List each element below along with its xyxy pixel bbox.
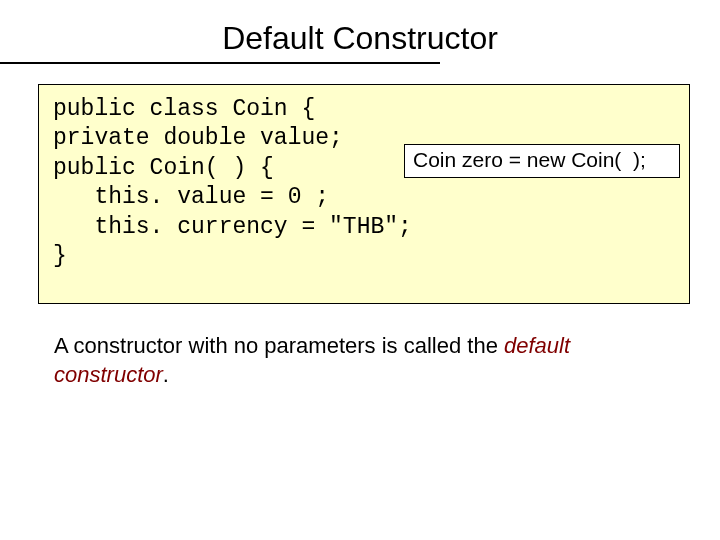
title-area: Default Constructor bbox=[0, 0, 720, 72]
description-paragraph: A constructor with no parameters is call… bbox=[54, 332, 674, 389]
description-text-2: . bbox=[163, 362, 169, 387]
code-line-4: this. value = 0 ; bbox=[53, 184, 329, 210]
code-line-3: public Coin( ) { bbox=[53, 155, 274, 181]
code-line-5: this. currency = "THB"; bbox=[53, 214, 412, 240]
code-line-6: } bbox=[53, 243, 67, 269]
code-line-2: private double value; bbox=[53, 125, 343, 151]
title-underline bbox=[0, 62, 440, 64]
usage-callout: Coin zero = new Coin( ); bbox=[404, 144, 680, 178]
description-text-1: A constructor with no parameters is call… bbox=[54, 333, 504, 358]
slide-title: Default Constructor bbox=[0, 20, 720, 57]
code-line-1: public class Coin { bbox=[53, 96, 315, 122]
code-block: public class Coin { private double value… bbox=[38, 84, 690, 304]
